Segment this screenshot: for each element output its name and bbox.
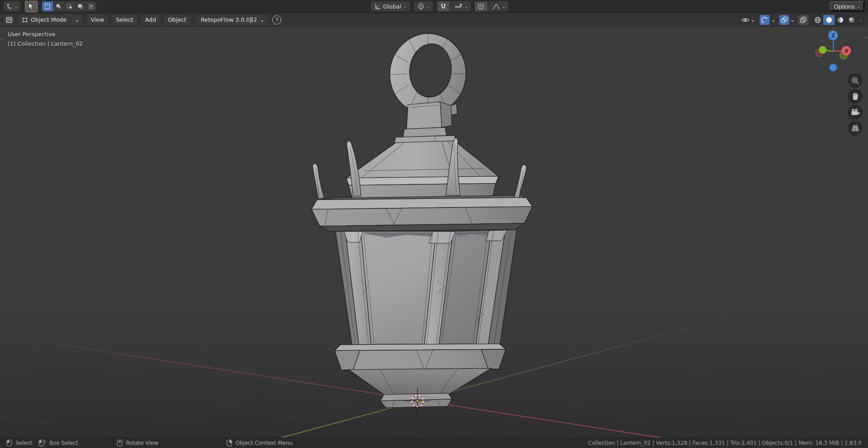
snap-target-dropdown[interactable]: ⌄ [452,1,471,11]
hint-label: Select [15,440,32,446]
hint-label: Rotate View [126,440,158,446]
snap-increment-icon [455,3,463,10]
magnifier-plus-icon [851,76,860,85]
chevron-down-icon: ⌄ [427,4,431,9]
pivot-point-dropdown[interactable]: ⌄ [414,1,434,11]
chevron-down-icon: ⌄ [403,4,407,9]
proportional-edit-group: ⌄ [475,1,508,11]
tweak-tool-icon [6,3,13,10]
snap-cluster: Global ⌄ ⌄ ⌄ [371,0,508,13]
chevron-down-icon: ⌄ [14,5,18,9]
options-dropdown[interactable]: Options ⌄ [830,1,864,11]
mouse-right-icon [226,439,232,447]
snap-group: ⌄ [437,1,471,11]
chevron-down-icon[interactable]: ⌄ [771,16,775,23]
proportional-edit-toggle[interactable] [475,1,487,11]
navigation-gizmo[interactable]: X Z [810,29,861,79]
shading-solid-button[interactable] [823,15,834,25]
chevron-down-icon: ⌄ [502,4,506,9]
chevron-down-icon: ⌄ [750,16,755,23]
shading-rendered-button[interactable] [846,15,857,25]
viewport-editor-icon [5,16,13,24]
gizmo-icon [761,16,768,24]
hand-icon [851,92,860,101]
body-left-glass [361,231,436,347]
toggle-perspective-button[interactable] [848,120,863,135]
xray-icon [800,16,807,24]
show-object-types-dropdown[interactable]: ⌄ [740,15,756,25]
perspective-grid-icon [851,124,860,133]
viewport-canvas[interactable] [0,27,868,438]
hint-context-menu: Object Context Menu [226,439,293,447]
cursor-arrow-icon [28,3,34,10]
mouse-left-drag-icon [38,439,46,447]
proportional-falloff-dropdown[interactable]: ⌄ [489,1,508,11]
chevron-down-icon: ⌄ [260,16,264,23]
magnet-icon [440,3,447,10]
editor-type-button[interactable] [4,15,14,25]
sidebar-expand-arrow[interactable]: ‹ [865,34,867,41]
menu-add[interactable]: Add [141,15,160,24]
viewport-header: Object Mode ⌄ View Select Add Object Ret… [0,13,868,27]
ring-connector [407,102,457,129]
hint-box-select: Box Select [38,439,78,447]
retopoflow-label: RetopoFlow 3.0.0β2 [201,16,257,23]
proportional-edit-icon [478,3,484,10]
axes-icon [374,3,381,10]
mode-dropdown[interactable]: Object Mode ⌄ [18,15,83,25]
gizmos-toggle[interactable] [760,15,770,25]
eye-icon [741,17,749,23]
select-box-tool-button[interactable] [25,1,38,12]
zoom-button[interactable] [848,73,863,88]
hint-rotate-view: Rotate View [117,439,158,447]
camera-icon [850,108,860,117]
lantern-collar [312,198,532,231]
menu-select[interactable]: Select [112,15,138,24]
transform-orientation-dropdown[interactable]: Global ⌄ [371,1,410,11]
lantern-body [336,230,517,347]
toolbar-expand-arrow[interactable]: › [0,36,3,43]
object-mode-icon [22,17,28,23]
lantern-bottom-band [335,344,506,372]
mouse-left-icon [6,439,12,447]
select-mode-extend-button[interactable] [53,1,64,11]
viewport-nav-buttons [848,73,863,135]
select-mode-new-button[interactable] [42,1,53,11]
orientation-label: Global [383,3,401,10]
active-tool-dropdown[interactable]: ⌄ [4,1,20,11]
shading-mode-group: ⌄ [812,15,864,25]
chevron-down-icon: ⌄ [75,16,79,23]
gizmo-axis-y[interactable] [819,46,827,54]
retopoflow-menu[interactable]: RetopoFlow 3.0.0β2 ⌄ [197,15,269,24]
tool-settings-bar: ⌄ [0,0,868,13]
select-mode-group [42,1,96,11]
pan-button[interactable] [848,89,863,104]
menu-object[interactable]: Object [164,15,191,24]
shading-wireframe-button[interactable] [812,15,823,25]
viewport-3d[interactable]: User Perspective (1) Collection | Lanter… [0,27,868,438]
camera-view-button[interactable] [848,105,863,120]
overlays-icon [781,16,788,24]
blender-window: ⌄ [0,0,868,448]
gizmo-x-label: X [844,48,848,53]
mode-label: Object Mode [31,16,67,23]
status-bar: Select Box Select Rotate View Object Con… [0,438,868,448]
gizmo-axis-neg-z[interactable] [830,64,837,72]
help-label: ? [275,17,278,23]
shading-material-button[interactable] [834,15,846,25]
tool-cluster: ⌄ [4,1,96,12]
xray-toggle[interactable] [798,15,808,25]
select-mode-intersect-button[interactable] [86,1,96,11]
chevron-down-icon: ⌄ [465,4,468,9]
chevron-down-icon[interactable]: ⌄ [857,18,864,22]
menu-view[interactable]: View [86,15,108,24]
chevron-down-icon[interactable]: ⌄ [790,16,795,23]
select-mode-invert-button[interactable] [75,1,86,11]
scene-statistics: Collection | Lantern_02 | Verts:1,328 | … [588,440,862,446]
overlays-toggle[interactable] [779,15,789,25]
retopoflow-help-button[interactable]: ? [272,15,281,24]
gizmo-z-label: Z [831,33,835,38]
select-mode-subtract-button[interactable] [64,1,75,11]
hint-label: Object Context Menu [235,440,293,446]
snap-toggle-button[interactable] [437,1,450,11]
